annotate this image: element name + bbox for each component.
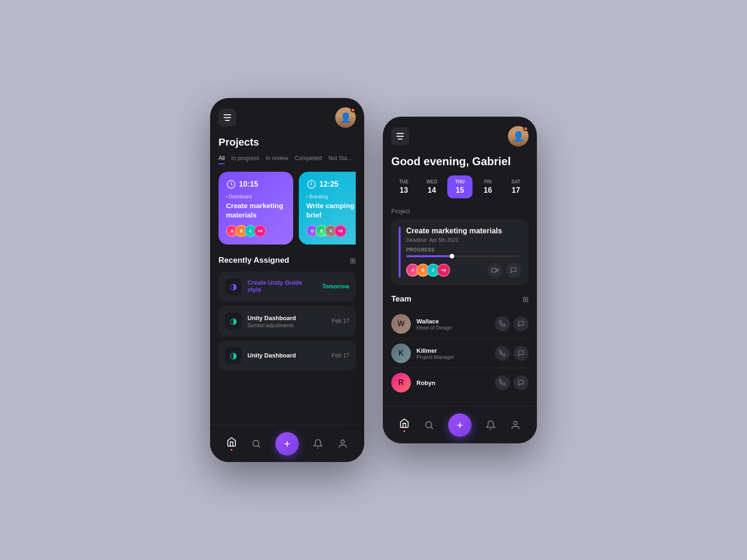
- task-icon-wrap-3: ◑: [225, 347, 242, 364]
- tab-notstarted[interactable]: Not Sta...: [328, 155, 352, 164]
- svg-rect-6: [492, 268, 496, 272]
- clock-icon: [226, 179, 236, 189]
- notification-dot-right: [523, 126, 528, 131]
- progress-bar: [406, 255, 521, 257]
- project-detail-card[interactable]: Create marketing materials Deadline: Apr…: [391, 219, 529, 285]
- page-title: Projects: [218, 136, 356, 148]
- day-thu[interactable]: THU 15: [447, 175, 472, 198]
- home-icon: [226, 437, 237, 447]
- card-category-1: • Dashboard: [226, 194, 286, 199]
- phone-icon-3: [499, 379, 506, 386]
- project-card-dashboard[interactable]: 10:15 • Dashboard Create marketing mater…: [218, 172, 293, 245]
- menu-button-right[interactable]: [391, 127, 409, 145]
- mini-avatar-count: +8: [334, 225, 346, 237]
- video-button[interactable]: [487, 263, 502, 278]
- task-icon-1: ◑: [230, 281, 237, 292]
- card-avatars-2: D E F +8: [306, 225, 356, 237]
- greeting: Good evening, Gabriel: [391, 155, 529, 168]
- right-phone: 👤 Good evening, Gabriel TUE 13 WED 14 TH…: [383, 117, 537, 443]
- chat-killmer-button[interactable]: [514, 346, 529, 361]
- svg-line-8: [431, 427, 433, 429]
- filter-icon[interactable]: ⊞: [350, 256, 356, 265]
- call-killmer-button[interactable]: [495, 346, 510, 361]
- member-actions-wallace: [495, 316, 529, 331]
- task-item-2[interactable]: ◑ Unity Dashboard Symbol adjustments Feb…: [218, 306, 356, 336]
- top-bar-right: 👤: [391, 126, 529, 147]
- nav-user-right[interactable]: [510, 420, 521, 430]
- clock-icon: [306, 179, 317, 189]
- nav-add-button-right[interactable]: +: [448, 413, 472, 437]
- day-fri[interactable]: FRI 16: [475, 175, 500, 198]
- nav-home-right[interactable]: [399, 418, 409, 432]
- card-body: Create marketing materials Deadline: Apr…: [406, 227, 521, 278]
- member-info-wallace: Wallace Head of Design: [416, 318, 489, 330]
- member-avatar-count: +4: [437, 264, 450, 277]
- call-robyn-button[interactable]: [495, 375, 510, 390]
- recently-assigned-header: Recently Assigned ⊞: [218, 256, 356, 265]
- bell-icon: [313, 439, 323, 449]
- bell-icon-right: [486, 420, 496, 430]
- left-phone: 👤 Projects All In progress In review Com…: [210, 98, 364, 462]
- progress-fill: [406, 255, 452, 257]
- card-title-1: Create marketing materials: [226, 201, 286, 219]
- card-avatars-1: A B C +4: [226, 225, 286, 237]
- project-section-label: Project: [391, 208, 529, 215]
- chat-icon-4: [518, 379, 524, 386]
- phone-icon-2: [499, 350, 506, 357]
- home-icon-right: [399, 418, 409, 428]
- member-avatar-robyn: R: [391, 373, 411, 392]
- week-strip: TUE 13 WED 14 THU 15 FRI 16 SAT 17: [391, 175, 529, 198]
- nav-search[interactable]: [251, 439, 261, 449]
- member-name-wallace: Wallace: [416, 318, 489, 325]
- svg-point-7: [425, 421, 431, 427]
- search-icon: [251, 439, 261, 449]
- chat-icon: [510, 267, 517, 273]
- card-time-1: 10:15: [239, 180, 258, 189]
- card-title-2: Write camping brief: [306, 201, 356, 219]
- day-wed[interactable]: WED 14: [419, 175, 444, 198]
- nav-bell[interactable]: [313, 439, 323, 449]
- task-name-1: Create Unity Guide style: [247, 279, 317, 293]
- nav-search-right[interactable]: [424, 420, 434, 430]
- svg-point-4: [341, 440, 344, 443]
- project-cards: 10:15 • Dashboard Create marketing mater…: [218, 172, 356, 245]
- member-avatar-wallace: W: [391, 314, 411, 334]
- day-sat[interactable]: SAT 17: [503, 175, 529, 198]
- chat-robyn-button[interactable]: [514, 375, 529, 390]
- team-title: Team: [391, 294, 411, 304]
- nav-user[interactable]: [338, 439, 348, 449]
- card-time-2: 12:25: [319, 180, 338, 189]
- nav-bell-right[interactable]: [486, 420, 496, 430]
- member-role-killmer: Project Manager: [416, 354, 489, 360]
- card-actions: [487, 263, 521, 278]
- task-item-3[interactable]: ◑ Unity Dashboard Feb 17: [218, 341, 356, 371]
- call-wallace-button[interactable]: [495, 316, 510, 331]
- chat-button[interactable]: [506, 263, 521, 278]
- member-actions-killmer: [495, 346, 529, 361]
- nav-add-button[interactable]: +: [275, 432, 299, 455]
- card-category-2: • Branding: [306, 194, 356, 199]
- tab-inreview[interactable]: In review: [266, 155, 288, 164]
- task-date-3: Feb 17: [332, 352, 349, 359]
- day-tue[interactable]: TUE 13: [391, 175, 416, 198]
- chat-wallace-button[interactable]: [514, 316, 529, 331]
- tab-inprogress[interactable]: In progress: [231, 155, 259, 164]
- bottom-nav-left: +: [210, 425, 364, 462]
- tab-completed[interactable]: Completed: [295, 155, 322, 164]
- task-icon-wrap-1: ◑: [225, 278, 242, 295]
- svg-point-9: [514, 421, 517, 424]
- project-avatars: A B C +4: [406, 264, 450, 277]
- task-icon-2: ◑: [230, 316, 237, 326]
- menu-button[interactable]: [218, 109, 236, 126]
- project-card-branding[interactable]: 12:25 • Branding Write camping brief D E…: [299, 172, 356, 245]
- nav-home[interactable]: [226, 437, 237, 451]
- team-filter-icon[interactable]: ⊞: [522, 295, 529, 304]
- member-info-killmer: Killmer Project Manager: [416, 347, 489, 360]
- task-icon-wrap-2: ◑: [225, 313, 242, 329]
- svg-line-3: [258, 446, 260, 448]
- task-sub-2: Symbol adjustments: [247, 322, 326, 328]
- task-item-1[interactable]: ◑ Create Unity Guide style Tomorrow: [218, 272, 356, 301]
- tab-all[interactable]: All: [218, 155, 225, 164]
- top-bar-left: 👤: [218, 107, 356, 128]
- user-icon: [338, 439, 348, 449]
